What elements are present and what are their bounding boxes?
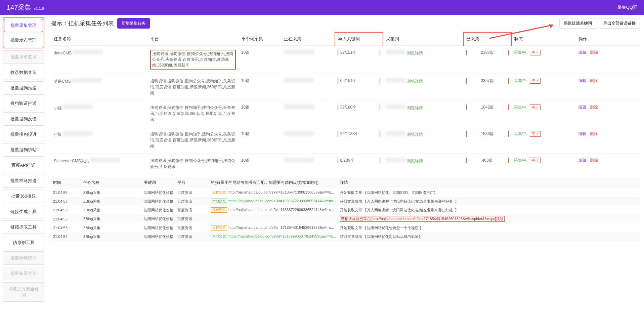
platform-list: 搜狗资讯,搜狗微信,搜狗公众号,搜狗知乎,搜狗公众号,头条资讯 <box>150 158 235 169</box>
platform-list: 搜狗资讯,搜狗微信,搜狗知乎,搜狗公众号,头条资讯,百度资讯,百度知道,新浪新闻… <box>150 132 235 149</box>
export-errors-button[interactable]: 导出全部错误链接 <box>599 18 640 29</box>
sidebar-item-sogou-feedback[interactable]: 批量搜狗反馈 <box>3 112 44 126</box>
delete-link[interactable]: 删除 <box>590 158 598 163</box>
sidebar-item-link-gen[interactable]: 链接生成工具 <box>3 205 44 218</box>
keyword-count: 65/151个 <box>338 78 380 84</box>
log-url[interactable]: http://baijiahao.baidu.com/s?id=17185471… <box>228 190 334 194</box>
sidebar-item-index-query[interactable]: 收录数据查询 <box>3 66 44 79</box>
sidebar-item-sogou-push[interactable]: 批量搜狗推送 <box>3 81 44 95</box>
log-platform: 百度资讯 <box>175 188 209 197</box>
local-preview-tag[interactable]: 本地预览 <box>211 234 227 239</box>
single-count: 10篇 <box>239 100 281 127</box>
delete-link[interactable]: 删除 <box>590 105 598 110</box>
keyword-count: 39/151个 <box>338 50 380 55</box>
sidebar-item-sogou-complain[interactable]: 批量搜狗投诉 <box>3 128 44 141</box>
sidebar-highlight-box: 批量采集管理 批量发布管理 <box>3 17 44 48</box>
log-th-link: 链接(量小的网站可能没有匹配，如需要可群内反馈增加规则) <box>209 177 338 188</box>
browse-detail-link[interactable]: 浏览详情 <box>407 79 423 84</box>
edit-link[interactable]: 编辑 <box>578 78 587 83</box>
log-task: ZBlog采集 <box>81 188 142 197</box>
remote-preview-tag[interactable]: 远程预览 <box>211 190 227 195</box>
sidebar-item-sogou-bind[interactable]: 批量搜狗绑站 <box>3 143 44 157</box>
sidebar-item-spider-stats: 批量蜘蛛统计 <box>3 251 44 265</box>
table-row: 小旋 搜狗资讯,搜狗微信,搜狗知乎,搜狗公众号,头条资讯,百度资讯,百度知道,新… <box>51 127 640 154</box>
single-count: 10篇 <box>239 127 281 154</box>
edit-link[interactable]: 编辑 <box>578 131 587 136</box>
local-preview-tag[interactable]: 本地预览 <box>211 199 227 204</box>
delete-link[interactable]: 删除 <box>590 131 598 136</box>
task-name: SiteserverCMS采集 <box>54 159 89 163</box>
sidebar-item-collect-manage[interactable]: 批量采集管理 <box>4 19 43 32</box>
blurred-text <box>72 78 102 83</box>
log-platform: 百度资讯 <box>175 214 209 223</box>
log-url[interactable]: https://baijiahao.baidu.com/s?id=1717999… <box>228 234 336 238</box>
log-row: 21:04:48:ZBlog采集沈阳网站优化价格百度资讯远程预览http://b… <box>51 241 640 241</box>
table-row: 小旋 搜狗资讯,搜狗微信,搜狗知乎,搜狗公众号,头条资讯,百度知道,新浪新闻,3… <box>51 100 640 127</box>
browse-detail-link[interactable]: 浏览详情 <box>407 106 423 110</box>
log-row: 21:04:53:ZBlog采集沈阳网站优化价格百度资讯远程预览http://b… <box>51 206 640 214</box>
sidebar-item-baidu-api[interactable]: 百度API推送 <box>3 159 44 172</box>
remote-preview-tag[interactable]: 远程预览 <box>211 225 227 231</box>
browse-detail-link[interactable]: 浏览详情 <box>407 132 423 137</box>
sidebar-item-link-crawl[interactable]: 链接抓取工具 <box>3 220 44 234</box>
sidebar-item-publish-manage[interactable]: 批量发布管理 <box>4 34 43 47</box>
browse-detail-link[interactable]: 浏览详情 <box>407 51 423 55</box>
blurred-text <box>284 50 314 54</box>
sidebar-item-pseudo-original[interactable]: 伪原创工具 <box>3 236 44 249</box>
main-content: 提示：挂机采集任务列表 新增采集任务 编辑过滤关键词 导出全部错误链接 任务名称… <box>47 15 644 306</box>
sidebar-item-beian-query: 批量备案查询 <box>3 267 44 280</box>
status-text: 采集中.. <box>514 78 528 83</box>
stop-button[interactable]: 停止 <box>530 131 541 137</box>
single-count: 10篇 <box>239 74 281 100</box>
edit-link[interactable]: 编辑 <box>578 105 587 110</box>
sidebar-item-rank-monitor: 批量排名监控 <box>3 50 44 64</box>
log-time: 21:04:57: <box>51 197 81 206</box>
task-name: 小旋 <box>54 106 62 110</box>
qq-group-link[interactable]: 采集QQ群 <box>617 4 637 10</box>
app-version: v1.1.8 <box>34 6 44 10</box>
log-task: ZBlog采集 <box>81 206 142 214</box>
task-name: 苹果CMS <box>54 79 71 84</box>
blurred-text <box>284 131 314 136</box>
blurred-text <box>73 50 103 54</box>
header-title-wrap: 147采集 v1.1.8 <box>7 3 44 12</box>
th-collect: 采集到 <box>383 32 463 46</box>
edit-link[interactable]: 编辑 <box>578 158 587 163</box>
app-title: 147采集 <box>7 4 31 11</box>
log-detail: 获取文章成功 【万人网络讲解_"沈阳网站优化"能给企业带来哪些好处_】 <box>340 199 459 203</box>
stop-button[interactable]: 停止 <box>530 105 541 110</box>
log-th-time: 时间 <box>51 177 81 188</box>
log-platform: 百度资讯 <box>175 197 209 206</box>
remote-preview-tag[interactable]: 远程预览 <box>211 207 227 213</box>
add-task-button[interactable]: 新增采集任务 <box>117 18 150 29</box>
platform-list: 搜狗资讯,搜狗微信,搜狗公众号,搜狗知乎,头条资讯,百度资讯,百度知道,新浪新闻… <box>150 79 235 95</box>
blurred-text <box>63 105 93 109</box>
log-url[interactable]: http://baijiahao.baidu.com/s?id=16363722… <box>228 208 334 212</box>
log-detail-warning: 链接或标题已存在[http://baijiahao.baidu.com/s?id… <box>340 216 505 222</box>
log-url[interactable]: http://baijiahao.baidu.com/s?id=17185443… <box>228 225 334 229</box>
sidebar-item-360-push[interactable]: 批量360推送 <box>3 190 44 203</box>
sidebar-item-shenma-push[interactable]: 批量神马推送 <box>3 174 44 187</box>
stop-button[interactable]: 停止 <box>530 50 541 55</box>
log-row: 21:04:53:ZBlog采集沈阳网站优化价格百度资讯远程预览http://b… <box>51 223 640 232</box>
table-row: 苹果CMS 搜狗资讯,搜狗微信,搜狗公众号,搜狗知乎,头条资讯,百度资讯,百度知… <box>51 74 640 100</box>
status-text: 采集中.. <box>514 50 528 55</box>
stop-button[interactable]: 停止 <box>530 158 541 163</box>
log-row: 21:04:57:ZBlog采集沈阳网站优化价格百度资讯本地预览https://… <box>51 197 640 206</box>
edit-link[interactable]: 编辑 <box>578 50 587 55</box>
table-row: dedeCMS 搜狗资讯,搜狗微信,搜狗公众号,搜狗知乎,搜狗公众号,头条资讯,… <box>51 46 640 74</box>
blurred-text <box>386 105 406 109</box>
sidebar-item-sogou-verify[interactable]: 搜狗验证推送 <box>3 97 44 110</box>
browse-detail-link[interactable]: 浏览详情 <box>407 159 423 163</box>
log-task: ZBlog采集 <box>81 232 142 241</box>
log-url[interactable]: https://baijiahao.baidu.com/s?id=1636372… <box>228 199 336 203</box>
status-text: 采集中.. <box>514 158 528 163</box>
delete-link[interactable]: 删除 <box>590 78 598 83</box>
log-th-platform: 平台 <box>175 177 209 188</box>
delete-link[interactable]: 删除 <box>590 50 598 55</box>
filter-keywords-button[interactable]: 编辑过滤关键词 <box>559 18 596 29</box>
blurred-text <box>284 158 314 162</box>
log-platform: 百度资讯 <box>175 232 209 241</box>
th-collected: 已采集 <box>463 32 511 46</box>
stop-button[interactable]: 停止 <box>530 78 541 84</box>
